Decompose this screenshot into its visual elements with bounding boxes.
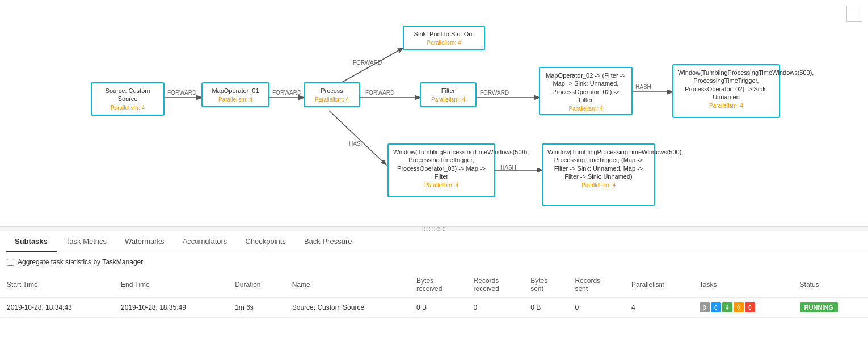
col-bytes-received: Bytesreceived [410, 272, 467, 298]
node-process-parallelism: Parallelism: 4 [309, 96, 355, 103]
node-window-bottom-mid-parallelism: Parallelism: 4 [393, 182, 490, 188]
tab-task-metrics[interactable]: Task Metrics [57, 231, 116, 252]
node-source-title: Source: Custom Source [96, 87, 159, 103]
node-sink-print-title: Sink: Print to Std. Out [408, 30, 479, 38]
node-window-bottom-right-title: Window(TumblingProcessingTimeWindows(500… [547, 148, 650, 180]
plus-button[interactable] [846, 6, 862, 22]
table-row: 2019-10-28, 18:34:432019-10-28, 18:35:49… [0, 298, 868, 318]
col-status: Status [793, 272, 868, 298]
col-records-sent: Recordssent [568, 272, 625, 298]
tab-accumulators[interactable]: Accumulators [174, 231, 237, 252]
col-records-received: Recordsreceived [467, 272, 524, 298]
edge-label-map-process: FORWARD [272, 90, 301, 96]
node-map01-parallelism: Parallelism: 4 [207, 96, 264, 103]
tab-watermarks[interactable]: Watermarks [116, 231, 174, 252]
node-filter-title: Filter [425, 87, 471, 95]
status-cell: RUNNING [793, 298, 868, 318]
node-window-top-right-title: Window(TumblingProcessingTimeWindows(500… [678, 69, 774, 101]
node-sink-print-parallelism: Parallelism: 4 [408, 40, 479, 46]
node-sink-print[interactable]: Sink: Print to Std. Out Parallelism: 4 [403, 26, 485, 50]
node-map02-parallelism: Parallelism: 4 [545, 105, 627, 112]
edge-label-process-sink: FORWARD [353, 60, 382, 66]
col-name: Name [285, 272, 410, 298]
bottom-panel: Subtasks Task Metrics Watermarks Accumul… [0, 231, 868, 318]
task-badges-cell: 00400 [693, 298, 793, 318]
svg-line-6 [329, 111, 386, 164]
node-source-parallelism: Parallelism: 4 [96, 105, 159, 111]
subtasks-table: Start Time End Time Duration Name Bytesr… [0, 272, 868, 318]
node-filter[interactable]: Filter Parallelism: 4 [420, 82, 477, 107]
aggregate-label: Aggregate task statistics by TaskManager [18, 258, 143, 266]
edge-label-filter-map02: FORWARD [480, 90, 509, 96]
drag-dots: ⠿⠿⠿⠿⠿ [422, 226, 447, 233]
node-filter-parallelism: Parallelism: 4 [425, 96, 471, 103]
edge-label-windowbottom-right: HASH [500, 164, 516, 171]
node-window-bottom-right[interactable]: Window(TumblingProcessingTimeWindows(500… [542, 143, 655, 206]
edge-label-source-map: FORWARD [167, 90, 196, 96]
node-window-top-right-parallelism: Parallelism: 4 [678, 103, 774, 109]
tabs-bar: Subtasks Task Metrics Watermarks Accumul… [0, 231, 868, 252]
graph-area: FORWARD FORWARD FORWARD FORWARD FORWARD … [0, 0, 868, 227]
edge-label-process-filter: FORWARD [365, 90, 394, 96]
node-window-bottom-mid-title: Window(TumblingProcessingTimeWindows(500… [393, 148, 490, 180]
task-badge: 0 [711, 302, 721, 312]
col-duration: Duration [228, 272, 285, 298]
drag-handle[interactable]: ⠿⠿⠿⠿⠿ [0, 227, 868, 231]
task-badge: 4 [722, 302, 732, 312]
tab-back-pressure[interactable]: Back Pressure [295, 231, 361, 252]
tab-subtasks[interactable]: Subtasks [6, 231, 57, 252]
status-badge: RUNNING [800, 302, 838, 312]
node-process-title: Process [309, 87, 355, 95]
node-process[interactable]: Process Parallelism: 4 [304, 82, 360, 107]
col-tasks: Tasks [693, 272, 793, 298]
col-start-time: Start Time [0, 272, 114, 298]
node-source[interactable]: Source: Custom Source Parallelism: 4 [91, 82, 165, 116]
aggregate-row: Aggregate task statistics by TaskManager [0, 252, 868, 272]
tab-checkpoints[interactable]: Checkpoints [236, 231, 295, 252]
edge-label-map02-window: HASH [635, 84, 651, 90]
node-map02[interactable]: MapOperator_02 -> (Filter -> Map -> Sink… [539, 67, 633, 115]
task-badge: 0 [700, 302, 710, 312]
node-map02-title: MapOperator_02 -> (Filter -> Map -> Sink… [545, 71, 627, 104]
aggregate-checkbox[interactable] [7, 259, 14, 266]
task-badge: 0 [734, 302, 744, 312]
col-end-time: End Time [114, 272, 228, 298]
col-parallelism: Parallelism [625, 272, 693, 298]
node-window-top-right[interactable]: Window(TumblingProcessingTimeWindows(500… [672, 64, 780, 118]
edge-label-process-windowbottom: HASH [349, 141, 365, 147]
col-bytes-sent: Bytessent [524, 272, 568, 298]
task-badge: 0 [745, 302, 755, 312]
node-map01-title: MapOperator_01 [207, 87, 264, 95]
node-window-bottom-right-parallelism: Parallelism: 4 [547, 182, 650, 188]
node-map01[interactable]: MapOperator_01 Parallelism: 4 [201, 82, 269, 107]
node-window-bottom-mid[interactable]: Window(TumblingProcessingTimeWindows(500… [387, 143, 495, 197]
